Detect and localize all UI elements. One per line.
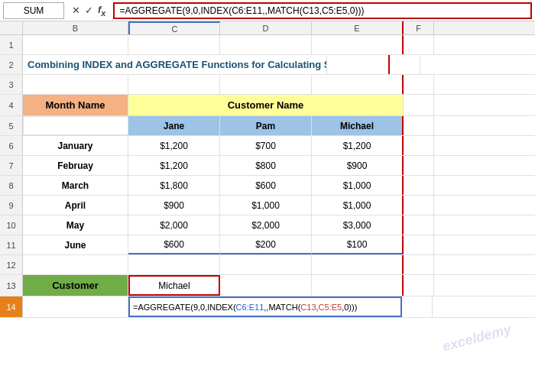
cell-d6[interactable]: $700 — [220, 136, 312, 155]
table-row: 5 Jane Pam Michael — [0, 116, 535, 136]
cell-jane[interactable]: Jane — [128, 116, 220, 135]
table-row: 13 Customer Michael — [0, 275, 535, 296]
cell-f14 — [402, 296, 433, 317]
col-header-c[interactable]: C — [128, 21, 220, 34]
table-row: 3 — [0, 75, 535, 95]
cell-b6[interactable]: January — [23, 136, 128, 155]
cell-e11[interactable]: $100 — [312, 235, 404, 254]
cell-month-name[interactable]: Month Name — [23, 95, 128, 115]
cell-c3[interactable] — [128, 75, 220, 94]
cell-title[interactable]: Combining INDEX and AGGREGATE Functions … — [23, 55, 327, 74]
cell-e3[interactable] — [312, 75, 404, 94]
cell-d13[interactable] — [220, 275, 312, 296]
cell-d3[interactable] — [220, 75, 312, 94]
table-row: 1 — [0, 35, 535, 55]
formula-input[interactable]: =AGGREGATE(9,0,INDEX(C6:E11,,MATCH(C13,C… — [113, 2, 532, 19]
row-header-13: 13 — [0, 275, 23, 296]
cell-c7[interactable]: $1,200 — [128, 156, 220, 175]
cell-f13 — [404, 275, 434, 296]
cell-f5 — [404, 116, 434, 135]
cell-d10[interactable]: $2,000 — [220, 215, 312, 235]
cell-f9 — [404, 196, 434, 215]
cell-f8 — [404, 176, 434, 195]
table-row: 6 January $1,200 $700 $1,200 — [0, 136, 535, 156]
cell-c6[interactable]: $1,200 — [128, 136, 220, 155]
row-header-6: 6 — [0, 136, 23, 155]
cell-d1[interactable] — [220, 35, 312, 54]
cell-c1[interactable] — [128, 35, 220, 54]
cell-b8[interactable]: March — [23, 176, 128, 195]
cell-michael-value[interactable]: Michael — [128, 275, 220, 296]
cell-d8[interactable]: $600 — [220, 176, 312, 195]
cell-b3[interactable] — [23, 75, 128, 94]
confirm-icon[interactable]: ✓ — [85, 5, 93, 16]
cell-f12 — [404, 255, 434, 274]
cell-f11 — [404, 235, 434, 254]
cell-b7[interactable]: Februay — [23, 156, 128, 175]
cell-d12[interactable] — [220, 255, 312, 274]
row-header-8: 8 — [0, 176, 23, 195]
corner-cell — [0, 21, 23, 34]
cell-c10[interactable]: $2,000 — [128, 215, 220, 235]
cell-e8[interactable]: $1,000 — [312, 176, 404, 195]
col-header-f[interactable]: F — [404, 21, 434, 34]
table-row: 8 March $1,800 $600 $1,000 — [0, 176, 535, 196]
cancel-icon[interactable]: ✕ — [72, 5, 80, 16]
cell-c9[interactable]: $900 — [128, 196, 220, 215]
cell-e13[interactable] — [312, 275, 404, 296]
cell-d9[interactable]: $1,000 — [220, 196, 312, 215]
spreadsheet-grid: 1 2 Combining INDEX and AGGREGATE Functi… — [0, 35, 535, 318]
row-header-7: 7 — [0, 156, 23, 175]
cell-formula-display[interactable]: =AGGREGATE(9,0,INDEX(C6:E11,,MATCH(C13,C… — [128, 296, 402, 317]
cell-e7[interactable]: $900 — [312, 156, 404, 175]
cell-c12[interactable] — [128, 255, 220, 274]
cell-pam[interactable]: Pam — [220, 116, 312, 135]
cell-e1[interactable] — [312, 35, 404, 54]
col-header-b[interactable]: B — [23, 21, 128, 34]
cell-michael-hdr[interactable]: Michael — [312, 116, 404, 135]
cell-f2 — [390, 55, 420, 74]
table-row: 2 Combining INDEX and AGGREGATE Function… — [0, 55, 535, 75]
row-header-10: 10 — [0, 215, 23, 235]
formula-ref2: C13 — [300, 303, 316, 312]
formula-mid: ,,MATCH( — [264, 303, 300, 312]
cell-f10 — [404, 215, 434, 235]
cell-b1[interactable] — [23, 35, 128, 54]
cell-b12[interactable] — [23, 255, 128, 274]
fx-icon[interactable]: fx — [98, 4, 105, 18]
row-header-14: 14 — [0, 296, 23, 317]
col-header-d[interactable]: D — [220, 21, 312, 34]
cell-b10[interactable]: May — [23, 215, 128, 235]
cell-e6[interactable]: $1,200 — [312, 136, 404, 155]
table-row: 7 Februay $1,200 $800 $900 — [0, 156, 535, 176]
table-row: 9 April $900 $1,000 $1,000 — [0, 196, 535, 215]
cell-customer-label[interactable]: Customer — [23, 275, 128, 296]
formula-prefix: =AGGREGATE(9,0,INDEX( — [133, 303, 236, 312]
cell-e12[interactable] — [312, 255, 404, 274]
row-header-12: 12 — [0, 255, 23, 274]
cell-d7[interactable]: $800 — [220, 156, 312, 175]
cell-f4 — [404, 95, 434, 115]
formula-icons: ✕ ✓ fx — [67, 4, 110, 18]
row-header-3: 3 — [0, 75, 23, 94]
cell-e2-ext — [327, 55, 390, 74]
cell-b9[interactable]: April — [23, 196, 128, 215]
cell-customer-name-header[interactable]: Customer Name — [128, 95, 404, 115]
cell-e10[interactable]: $3,000 — [312, 215, 404, 235]
cell-b11[interactable]: June — [23, 235, 128, 254]
cell-b14[interactable] — [23, 296, 128, 317]
col-header-e[interactable]: E — [312, 21, 404, 34]
table-row: 11 June $600 $200 $100 — [0, 235, 535, 255]
cell-e9[interactable]: $1,000 — [312, 196, 404, 215]
cell-f3 — [404, 75, 434, 94]
cell-b5[interactable] — [23, 116, 128, 135]
row-header-1: 1 — [0, 35, 23, 54]
cell-c11[interactable]: $600 — [128, 235, 220, 254]
row-header-9: 9 — [0, 196, 23, 215]
cell-d11[interactable]: $200 — [220, 235, 312, 254]
cell-c8[interactable]: $1,800 — [128, 176, 220, 195]
row-header-4: 4 — [0, 95, 23, 115]
name-box[interactable]: SUM — [3, 2, 64, 19]
row-header-11: 11 — [0, 235, 23, 254]
cell-f6 — [404, 136, 434, 155]
